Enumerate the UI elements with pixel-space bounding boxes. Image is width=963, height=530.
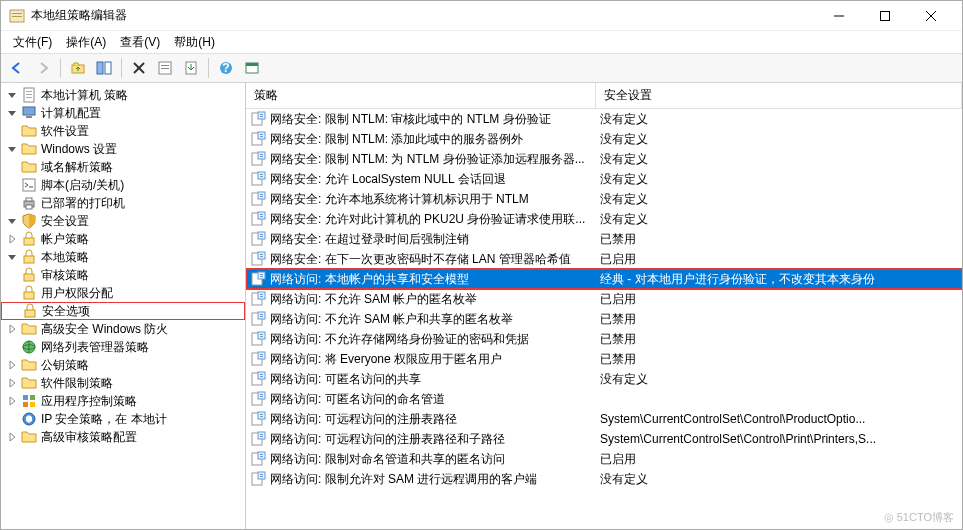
expand-icon[interactable] — [5, 430, 19, 444]
tree-app-control-icon — [21, 393, 37, 409]
tree-network-list[interactable]: 网络列表管理器策略 — [1, 338, 245, 356]
policy-icon — [250, 271, 266, 287]
svg-rect-31 — [24, 256, 34, 263]
collapse-icon[interactable] — [5, 88, 19, 102]
policy-row[interactable]: 网络安全: 允许 LocalSystem NULL 会话回退没有定义 — [246, 169, 962, 189]
tree-adv-audit[interactable]: 高级审核策略配置 — [1, 428, 245, 446]
tree-scripts[interactable]: 脚本(启动/关机) — [1, 176, 245, 194]
expand-icon[interactable] — [5, 376, 19, 390]
svg-rect-96 — [258, 372, 265, 379]
tree-pane[interactable]: 本地计算机 策略计算机配置软件设置Windows 设置域名解析策略脚本(启动/关… — [1, 83, 246, 529]
collapse-icon[interactable] — [5, 142, 19, 156]
policy-icon — [250, 391, 266, 407]
svg-text:?: ? — [222, 61, 229, 75]
policy-name: 网络安全: 允许本地系统将计算机标识用于 NTLM — [270, 191, 600, 208]
help-button[interactable]: ? — [214, 56, 238, 80]
svg-rect-112 — [258, 452, 265, 459]
policy-row[interactable]: 网络访问: 不允许 SAM 帐户和共享的匿名枚举已禁用 — [246, 309, 962, 329]
delete-button[interactable] — [127, 56, 151, 80]
policy-setting: System\CurrentControlSet\Control\Product… — [600, 412, 962, 426]
policy-row[interactable]: 网络访问: 本地帐户的共享和安全模型经典 - 对本地用户进行身份验证，不改变其本… — [246, 269, 962, 289]
policy-row[interactable]: 网络安全: 允许对此计算机的 PKU2U 身份验证请求使用联...没有定义 — [246, 209, 962, 229]
svg-rect-41 — [30, 402, 35, 407]
show-hide-button[interactable] — [92, 56, 116, 80]
policy-name: 网络安全: 限制 NTLM: 审核此域中的 NTLM 身份验证 — [270, 111, 600, 128]
column-setting[interactable]: 安全设置 — [596, 83, 962, 108]
close-button[interactable] — [908, 1, 954, 31]
tree-windows-settings[interactable]: Windows 设置 — [1, 140, 245, 158]
filter-button[interactable] — [240, 56, 264, 80]
tree-software-settings[interactable]: 软件设置 — [1, 122, 245, 140]
forward-button[interactable] — [31, 56, 55, 80]
policy-row[interactable]: 网络访问: 可远程访问的注册表路径System\CurrentControlSe… — [246, 409, 962, 429]
svg-rect-68 — [258, 232, 265, 239]
menu-help[interactable]: 帮助(H) — [168, 32, 221, 53]
tree-computer-config[interactable]: 计算机配置 — [1, 104, 245, 122]
tree-security-settings[interactable]: 安全设置 — [1, 212, 245, 230]
expand-icon[interactable] — [5, 394, 19, 408]
menu-bar: 文件(F) 操作(A) 查看(V) 帮助(H) — [1, 31, 962, 53]
policy-row[interactable]: 网络访问: 可远程访问的注册表路径和子路径System\CurrentContr… — [246, 429, 962, 449]
tree-ip-sec[interactable]: IP 安全策略，在 本地计 — [1, 410, 245, 428]
svg-rect-74 — [260, 256, 263, 257]
tree-root[interactable]: 本地计算机 策略 — [1, 86, 245, 104]
policy-name: 网络访问: 限制对命名管道和共享的匿名访问 — [270, 451, 600, 468]
svg-rect-69 — [260, 234, 263, 235]
policy-row[interactable]: 网络安全: 在下一次更改密码时不存储 LAN 管理器哈希值已启用 — [246, 249, 962, 269]
tree-user-rights-icon — [21, 285, 37, 301]
toolbar-separator — [208, 58, 209, 78]
tree-software-restrict[interactable]: 软件限制策略 — [1, 374, 245, 392]
tree-dns-policy[interactable]: 域名解析策略 — [1, 158, 245, 176]
list-pane[interactable]: 策略 安全设置 网络安全: 限制 NTLM: 审核此域中的 NTLM 身份验证没… — [246, 83, 962, 529]
minimize-button[interactable] — [816, 1, 862, 31]
collapse-icon[interactable] — [5, 214, 19, 228]
up-button[interactable] — [66, 56, 90, 80]
tree-public-key[interactable]: 公钥策略 — [1, 356, 245, 374]
menu-view[interactable]: 查看(V) — [114, 32, 166, 53]
policy-row[interactable]: 网络安全: 允许本地系统将计算机标识用于 NTLM没有定义 — [246, 189, 962, 209]
policy-row[interactable]: 网络访问: 不允许 SAM 帐户的匿名枚举已启用 — [246, 289, 962, 309]
policy-row[interactable]: 网络访问: 限制对命名管道和共享的匿名访问已启用 — [246, 449, 962, 469]
expand-icon[interactable] — [5, 322, 19, 336]
policy-icon — [250, 371, 266, 387]
svg-rect-60 — [258, 192, 265, 199]
tree-label: 已部署的打印机 — [41, 195, 125, 212]
tree-ip-sec-icon — [21, 411, 37, 427]
back-button[interactable] — [5, 56, 29, 80]
svg-rect-2 — [12, 16, 22, 17]
menu-file[interactable]: 文件(F) — [7, 32, 58, 53]
tree-adv-audit-icon — [21, 429, 37, 445]
export-button[interactable] — [179, 56, 203, 80]
policy-row[interactable]: 网络安全: 在超过登录时间后强制注销已禁用 — [246, 229, 962, 249]
tree-security-options[interactable]: 安全选项 — [1, 302, 245, 320]
expand-icon[interactable] — [5, 232, 19, 246]
tree-account-policy[interactable]: 帐户策略 — [1, 230, 245, 248]
svg-rect-28 — [26, 198, 32, 201]
tree-user-rights[interactable]: 用户权限分配 — [1, 284, 245, 302]
maximize-button[interactable] — [862, 1, 908, 31]
tree-local-policy[interactable]: 本地策略 — [1, 248, 245, 266]
tree-app-control[interactable]: 应用程序控制策略 — [1, 392, 245, 410]
expand-icon[interactable] — [5, 358, 19, 372]
policy-setting: 没有定义 — [600, 191, 962, 208]
policy-row[interactable]: 网络安全: 限制 NTLM: 为 NTLM 身份验证添加远程服务器...没有定义 — [246, 149, 962, 169]
menu-action[interactable]: 操作(A) — [60, 32, 112, 53]
collapse-icon[interactable] — [5, 250, 19, 264]
tree-windows-settings-icon — [21, 141, 37, 157]
properties-button[interactable] — [153, 56, 177, 80]
tree-audit-policy[interactable]: 审核策略 — [1, 266, 245, 284]
policy-row[interactable]: 网络访问: 可匿名访问的命名管道 — [246, 389, 962, 409]
tree-adv-firewall[interactable]: 高级安全 Windows 防火 — [1, 320, 245, 338]
policy-row[interactable]: 网络访问: 将 Everyone 权限应用于匿名用户已禁用 — [246, 349, 962, 369]
collapse-icon[interactable] — [5, 106, 19, 120]
policy-icon — [250, 171, 266, 187]
svg-rect-58 — [260, 176, 263, 177]
policy-row[interactable]: 网络访问: 限制允许对 SAM 进行远程调用的客户端没有定义 — [246, 469, 962, 489]
policy-row[interactable]: 网络安全: 限制 NTLM: 添加此域中的服务器例外没有定义 — [246, 129, 962, 149]
policy-row[interactable]: 网络安全: 限制 NTLM: 审核此域中的 NTLM 身份验证没有定义 — [246, 109, 962, 129]
tree-deployed-printers[interactable]: 已部署的打印机 — [1, 194, 245, 212]
column-policy[interactable]: 策略 — [246, 83, 596, 108]
watermark: ◎ 51CTO博客 — [884, 510, 954, 525]
policy-row[interactable]: 网络访问: 不允许存储网络身份验证的密码和凭据已禁用 — [246, 329, 962, 349]
policy-row[interactable]: 网络访问: 可匿名访问的共享没有定义 — [246, 369, 962, 389]
